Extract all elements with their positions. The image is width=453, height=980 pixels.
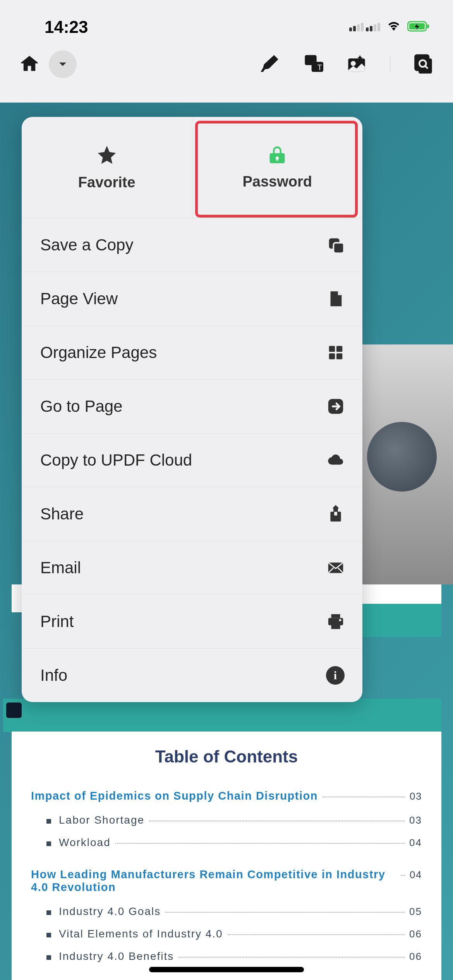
tab-password-label: Password (242, 173, 312, 190)
cloud-icon (327, 451, 345, 469)
svg-rect-16 (336, 346, 342, 352)
svg-rect-15 (329, 346, 335, 352)
toc-page-number: 06 (409, 928, 422, 940)
dropdown-menu: Favorite Password Save a Copy Page View (22, 117, 362, 702)
menu-item-email[interactable]: Email (22, 541, 362, 595)
toc-subsection[interactable]: Industry 4.0 Goals 05 (46, 905, 422, 918)
toc-page-number: 04 (409, 837, 422, 849)
menu-item-organize-pages[interactable]: Organize Pages (22, 326, 362, 380)
toc-section-title: Impact of Epidemics on Supply Chain Disr… (31, 790, 318, 802)
svg-point-7 (351, 61, 356, 66)
status-bar: 14:23 (0, 0, 453, 43)
signal-icon (349, 23, 380, 31)
menu-item-label: Print (40, 612, 74, 631)
menu-item-share[interactable]: Share (22, 487, 362, 541)
menu-item-label: Organize Pages (40, 343, 157, 362)
svg-text:T: T (317, 63, 322, 72)
menu-item-copy-cloud[interactable]: Copy to UPDF Cloud (22, 433, 362, 487)
toc-sub-title: Labor Shortage (59, 814, 144, 826)
toc-page-number: 06 (409, 951, 422, 963)
toc-subsection[interactable]: Labor Shortage 03 (46, 814, 422, 826)
lock-icon (267, 145, 287, 166)
document-image (355, 344, 453, 584)
svg-rect-18 (336, 353, 342, 359)
table-of-contents: Table of Contents Impact of Epidemics on… (12, 732, 441, 980)
print-icon (327, 613, 345, 630)
toc-page-number: 03 (409, 814, 422, 826)
app-toolbar: T (0, 43, 453, 86)
toc-dots (228, 934, 405, 935)
toc-dots (149, 821, 405, 821)
svg-rect-23 (331, 614, 340, 618)
search-pages-icon[interactable] (414, 53, 434, 75)
image-text-icon[interactable]: T (303, 53, 323, 75)
image-effects-icon[interactable] (347, 53, 367, 75)
menu-items-list: Save a Copy Page View Organize Pages Go … (22, 218, 362, 702)
toc-dots (115, 843, 405, 844)
toc-dots (323, 797, 405, 797)
highlighter-icon[interactable] (260, 53, 280, 75)
dropdown-tabs: Favorite Password (22, 117, 362, 218)
menu-item-label: Email (40, 559, 81, 577)
email-icon (327, 559, 345, 577)
toc-page-number: 05 (409, 906, 422, 918)
toc-dots (165, 912, 405, 913)
grid-icon (327, 344, 345, 362)
menu-item-page-view[interactable]: Page View (22, 272, 362, 326)
menu-item-label: Copy to UPDF Cloud (40, 451, 192, 469)
goto-icon (327, 397, 345, 415)
toc-sub-title: Vital Elements of Industry 4.0 (59, 928, 223, 940)
svg-rect-17 (329, 353, 335, 359)
document-teal-bar (355, 604, 441, 637)
bullet-icon (46, 933, 51, 937)
share-icon (327, 505, 345, 523)
star-icon (96, 144, 118, 167)
copy-icon (327, 236, 345, 254)
toc-section-2[interactable]: How Leading Manufacturers Remain Competi… (31, 868, 422, 894)
menu-item-save-copy[interactable]: Save a Copy (22, 218, 362, 272)
page-icon (327, 290, 345, 308)
toolbar-divider (390, 56, 390, 73)
bullet-icon (46, 910, 51, 915)
menu-item-print[interactable]: Print (22, 595, 362, 649)
toc-subsection[interactable]: Industry 4.0 Benefits 06 (46, 950, 422, 963)
info-icon: i (326, 666, 345, 685)
toc-section-title: How Leading Manufacturers Remain Competi… (31, 868, 396, 894)
toc-sub-title: Industry 4.0 Benefits (59, 950, 174, 963)
status-icons (349, 21, 430, 34)
home-button[interactable] (19, 54, 39, 74)
menu-item-go-to-page[interactable]: Go to Page (22, 380, 362, 433)
toc-dots (401, 875, 405, 876)
menu-item-label: Info (40, 666, 67, 685)
wifi-icon (386, 21, 401, 34)
bullet-icon (46, 841, 51, 846)
svg-rect-21 (334, 512, 337, 516)
svg-rect-25 (331, 623, 340, 629)
toc-title: Table of Contents (31, 747, 422, 766)
toc-page-number: 04 (410, 869, 422, 881)
battery-charging-icon (407, 21, 430, 34)
menu-dropdown-button[interactable] (49, 50, 77, 78)
menu-item-info[interactable]: Info i (22, 649, 362, 702)
menu-item-label: Save a Copy (40, 236, 133, 254)
menu-item-label: Share (40, 505, 84, 523)
svg-rect-2 (427, 24, 429, 28)
document-badge (6, 702, 22, 718)
home-indicator[interactable] (149, 967, 304, 972)
document-teal-bar-2 (3, 699, 441, 732)
toc-subsection[interactable]: Workload 04 (46, 836, 422, 849)
menu-item-label: Page View (40, 290, 118, 308)
svg-point-26 (339, 619, 341, 621)
tab-favorite[interactable]: Favorite (22, 117, 192, 218)
toc-dots (178, 957, 405, 958)
toc-page-number: 03 (410, 790, 422, 802)
tab-password[interactable]: Password (192, 117, 363, 218)
toc-sub-title: Workload (59, 836, 111, 849)
menu-item-label: Go to Page (40, 397, 122, 416)
toc-subsection[interactable]: Vital Elements of Industry 4.0 06 (46, 928, 422, 940)
bullet-icon (46, 955, 51, 960)
bullet-icon (46, 819, 51, 824)
toc-section-1[interactable]: Impact of Epidemics on Supply Chain Disr… (31, 790, 422, 802)
status-time: 14:23 (45, 17, 88, 37)
svg-rect-14 (333, 243, 344, 253)
